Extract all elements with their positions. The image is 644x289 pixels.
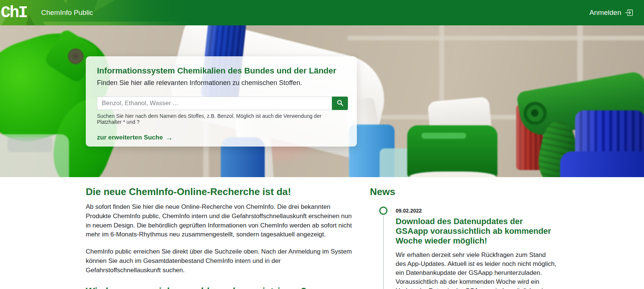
news-column: News 09.02.2022 Download des Datenupdate…: [370, 186, 556, 289]
hero-section: Informationssystem Chemikalien des Bunde…: [0, 25, 644, 177]
app-brand-title[interactable]: ChemInfo Public: [41, 9, 93, 17]
timeline-line: [383, 216, 384, 289]
flip-cap-hinge: [421, 133, 466, 139]
top-navbar: ChI ChemInfo Public Anmelden: [0, 0, 644, 25]
arrow-right-icon: →: [166, 134, 173, 141]
login-link[interactable]: Anmelden: [589, 9, 633, 17]
article-paragraph: Ab sofort finden Sie hier die neue Onlin…: [86, 202, 356, 239]
app-logo[interactable]: ChI: [1, 0, 27, 25]
large-blue-cap-base: [560, 151, 644, 177]
article-heading-anmelden: Wie kann man sich anmelden oder registri…: [86, 286, 356, 289]
sprayer-nozzle-dot: [531, 109, 538, 117]
article-heading-online-recherche: Die neue ChemInfo-Online-Recherche ist d…: [86, 186, 356, 198]
search-row: [97, 97, 348, 110]
main-article-column: Die neue ChemInfo-Online-Recherche ist d…: [86, 186, 356, 289]
magnifier-icon: [337, 100, 343, 107]
search-card-title: Informationssystem Chemikalien des Bunde…: [97, 66, 346, 76]
advanced-search-link[interactable]: zur erweiterten Suche →: [97, 134, 173, 141]
spray-nozzle-mesh: [68, 48, 84, 64]
news-item: 09.02.2022 Download des Datenupdates der…: [379, 207, 556, 289]
bottle-cap: [7, 137, 52, 152]
login-label: Anmelden: [589, 9, 621, 17]
page-content: Die neue ChemInfo-Online-Recherche ist d…: [86, 177, 556, 289]
news-content: 09.02.2022 Download des Datenupdates der…: [396, 207, 556, 289]
box-arrow-in-right-icon: [625, 9, 633, 17]
news-title-link[interactable]: Download des Datenupdates der GSAapp vor…: [396, 217, 556, 246]
substance-search-input[interactable]: [97, 97, 332, 110]
search-button[interactable]: [332, 97, 348, 110]
news-body-text: Wir erhalten derzeit sehr viele Rückfrag…: [396, 251, 556, 289]
article-paragraph: ChemInfo public erreichen Sie direkt übe…: [86, 247, 356, 275]
white-label-band: [409, 172, 496, 177]
news-heading: News: [370, 186, 556, 198]
search-card: Informationssystem Chemikalien des Bunde…: [86, 56, 357, 147]
search-helper-text: Suchen Sie hier nach dem Namen des Stoff…: [97, 113, 346, 125]
news-timeline: [379, 207, 387, 289]
search-card-subtitle: Finden Sie hier alle relevanten Informat…: [97, 79, 346, 87]
navbar-facet-fade: [0, 0, 194, 25]
news-date: 09.02.2022: [396, 208, 556, 214]
advanced-search-label: zur erweiterten Suche: [97, 134, 163, 141]
timeline-circle-icon: [379, 207, 387, 215]
